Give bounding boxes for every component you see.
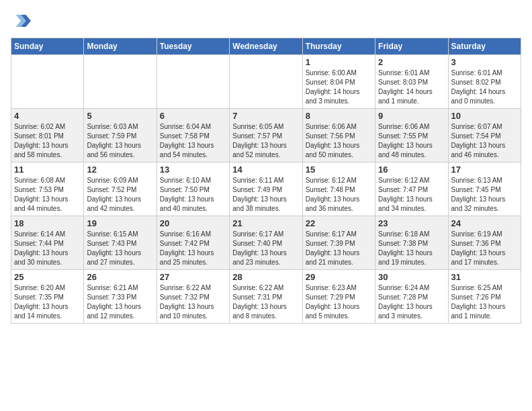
header-wednesday: Wednesday <box>230 38 302 55</box>
day-info: Sunrise: 6:22 AM Sunset: 7:31 PM Dayligh… <box>232 283 299 321</box>
calendar-cell: 4Sunrise: 6:02 AM Sunset: 8:01 PM Daylig… <box>11 109 84 163</box>
day-info: Sunrise: 6:05 AM Sunset: 7:57 PM Dayligh… <box>232 122 299 160</box>
calendar-cell: 17Sunrise: 6:13 AM Sunset: 7:45 PM Dayli… <box>448 163 521 216</box>
day-info: Sunrise: 6:20 AM Sunset: 7:35 PM Dayligh… <box>14 283 81 321</box>
calendar-cell: 22Sunrise: 6:17 AM Sunset: 7:39 PM Dayli… <box>302 216 375 270</box>
week-row-3: 11Sunrise: 6:08 AM Sunset: 7:53 PM Dayli… <box>11 163 521 216</box>
day-info: Sunrise: 6:22 AM Sunset: 7:32 PM Dayligh… <box>160 283 226 321</box>
calendar-cell: 15Sunrise: 6:12 AM Sunset: 7:48 PM Dayli… <box>302 163 375 216</box>
calendar-cell: 7Sunrise: 6:05 AM Sunset: 7:57 PM Daylig… <box>230 109 302 163</box>
calendar-cell: 20Sunrise: 6:16 AM Sunset: 7:42 PM Dayli… <box>157 216 229 270</box>
day-number: 19 <box>87 218 153 228</box>
day-number: 21 <box>232 218 299 228</box>
day-number: 28 <box>232 272 299 282</box>
day-number: 2 <box>378 57 445 67</box>
calendar-cell: 16Sunrise: 6:12 AM Sunset: 7:47 PM Dayli… <box>375 163 448 216</box>
calendar-cell: 13Sunrise: 6:10 AM Sunset: 7:50 PM Dayli… <box>157 163 229 216</box>
calendar-cell: 1Sunrise: 6:00 AM Sunset: 8:04 PM Daylig… <box>302 55 375 109</box>
day-number: 1 <box>306 57 372 67</box>
calendar-cell: 3Sunrise: 6:01 AM Sunset: 8:02 PM Daylig… <box>448 55 521 109</box>
header-friday: Friday <box>375 38 448 55</box>
calendar-cell: 24Sunrise: 6:19 AM Sunset: 7:36 PM Dayli… <box>448 216 521 270</box>
day-info: Sunrise: 6:12 AM Sunset: 7:47 PM Dayligh… <box>378 176 445 214</box>
header-tuesday: Tuesday <box>157 38 229 55</box>
day-number: 14 <box>232 165 299 175</box>
day-info: Sunrise: 6:04 AM Sunset: 7:58 PM Dayligh… <box>160 122 226 160</box>
day-info: Sunrise: 6:17 AM Sunset: 7:39 PM Dayligh… <box>306 230 372 267</box>
calendar-cell <box>11 55 84 109</box>
day-info: Sunrise: 6:01 AM Sunset: 8:02 PM Dayligh… <box>451 68 518 106</box>
day-info: Sunrise: 6:24 AM Sunset: 7:28 PM Dayligh… <box>378 283 445 321</box>
day-number: 9 <box>378 111 445 121</box>
calendar-table: SundayMondayTuesdayWednesdayThursdayFrid… <box>11 38 521 324</box>
day-number: 13 <box>160 165 226 175</box>
day-number: 31 <box>451 272 518 282</box>
calendar-cell: 2Sunrise: 6:01 AM Sunset: 8:03 PM Daylig… <box>375 55 448 109</box>
header-sunday: Sunday <box>11 38 84 55</box>
day-info: Sunrise: 6:17 AM Sunset: 7:40 PM Dayligh… <box>232 230 299 267</box>
day-info: Sunrise: 6:16 AM Sunset: 7:42 PM Dayligh… <box>160 230 226 267</box>
day-info: Sunrise: 6:18 AM Sunset: 7:38 PM Dayligh… <box>378 230 445 267</box>
page-header <box>11 11 521 31</box>
day-info: Sunrise: 6:14 AM Sunset: 7:44 PM Dayligh… <box>14 230 81 267</box>
day-number: 5 <box>87 111 153 121</box>
calendar-cell: 30Sunrise: 6:24 AM Sunset: 7:28 PM Dayli… <box>375 270 448 324</box>
calendar-cell: 12Sunrise: 6:09 AM Sunset: 7:52 PM Dayli… <box>84 163 157 216</box>
day-number: 23 <box>378 218 445 228</box>
calendar-cell: 5Sunrise: 6:03 AM Sunset: 7:59 PM Daylig… <box>84 109 157 163</box>
day-info: Sunrise: 6:02 AM Sunset: 8:01 PM Dayligh… <box>14 122 81 160</box>
calendar-cell <box>84 55 157 109</box>
day-info: Sunrise: 6:25 AM Sunset: 7:26 PM Dayligh… <box>451 283 518 321</box>
calendar-cell: 31Sunrise: 6:25 AM Sunset: 7:26 PM Dayli… <box>448 270 521 324</box>
logo-icon <box>11 11 31 31</box>
day-number: 8 <box>306 111 372 121</box>
day-info: Sunrise: 6:09 AM Sunset: 7:52 PM Dayligh… <box>87 176 153 214</box>
calendar-cell: 19Sunrise: 6:15 AM Sunset: 7:43 PM Dayli… <box>84 216 157 270</box>
calendar-cell: 18Sunrise: 6:14 AM Sunset: 7:44 PM Dayli… <box>11 216 84 270</box>
week-row-1: 1Sunrise: 6:00 AM Sunset: 8:04 PM Daylig… <box>11 55 521 109</box>
calendar-cell: 10Sunrise: 6:07 AM Sunset: 7:54 PM Dayli… <box>448 109 521 163</box>
day-info: Sunrise: 6:12 AM Sunset: 7:48 PM Dayligh… <box>306 176 372 214</box>
calendar-cell: 27Sunrise: 6:22 AM Sunset: 7:32 PM Dayli… <box>157 270 229 324</box>
day-number: 16 <box>378 165 445 175</box>
day-info: Sunrise: 6:08 AM Sunset: 7:53 PM Dayligh… <box>14 176 81 214</box>
day-info: Sunrise: 6:06 AM Sunset: 7:56 PM Dayligh… <box>306 122 372 160</box>
day-number: 10 <box>451 111 518 121</box>
day-number: 7 <box>232 111 299 121</box>
day-number: 6 <box>160 111 226 121</box>
day-number: 15 <box>306 165 372 175</box>
day-number: 11 <box>14 165 81 175</box>
day-number: 18 <box>14 218 81 228</box>
day-number: 4 <box>14 111 81 121</box>
day-number: 3 <box>451 57 518 67</box>
calendar-cell: 28Sunrise: 6:22 AM Sunset: 7:31 PM Dayli… <box>230 270 302 324</box>
header-monday: Monday <box>84 38 157 55</box>
header-thursday: Thursday <box>302 38 375 55</box>
day-info: Sunrise: 6:13 AM Sunset: 7:45 PM Dayligh… <box>451 176 518 214</box>
day-number: 29 <box>306 272 372 282</box>
day-info: Sunrise: 6:23 AM Sunset: 7:29 PM Dayligh… <box>306 283 372 321</box>
day-info: Sunrise: 6:07 AM Sunset: 7:54 PM Dayligh… <box>451 122 518 160</box>
calendar-cell: 14Sunrise: 6:11 AM Sunset: 7:49 PM Dayli… <box>230 163 302 216</box>
day-number: 30 <box>378 272 445 282</box>
day-info: Sunrise: 6:11 AM Sunset: 7:49 PM Dayligh… <box>232 176 299 214</box>
day-info: Sunrise: 6:15 AM Sunset: 7:43 PM Dayligh… <box>87 230 153 267</box>
header-row: SundayMondayTuesdayWednesdayThursdayFrid… <box>11 38 521 55</box>
calendar-cell: 8Sunrise: 6:06 AM Sunset: 7:56 PM Daylig… <box>302 109 375 163</box>
calendar-cell: 29Sunrise: 6:23 AM Sunset: 7:29 PM Dayli… <box>302 270 375 324</box>
calendar-cell: 26Sunrise: 6:21 AM Sunset: 7:33 PM Dayli… <box>84 270 157 324</box>
day-number: 17 <box>451 165 518 175</box>
day-number: 24 <box>451 218 518 228</box>
calendar-cell: 23Sunrise: 6:18 AM Sunset: 7:38 PM Dayli… <box>375 216 448 270</box>
calendar-cell: 25Sunrise: 6:20 AM Sunset: 7:35 PM Dayli… <box>11 270 84 324</box>
calendar-cell: 6Sunrise: 6:04 AM Sunset: 7:58 PM Daylig… <box>157 109 229 163</box>
day-info: Sunrise: 6:03 AM Sunset: 7:59 PM Dayligh… <box>87 122 153 160</box>
day-number: 26 <box>87 272 153 282</box>
day-info: Sunrise: 6:06 AM Sunset: 7:55 PM Dayligh… <box>378 122 445 160</box>
calendar-cell <box>230 55 302 109</box>
day-number: 25 <box>14 272 81 282</box>
calendar-body: 1Sunrise: 6:00 AM Sunset: 8:04 PM Daylig… <box>11 55 521 324</box>
logo <box>11 11 34 31</box>
week-row-5: 25Sunrise: 6:20 AM Sunset: 7:35 PM Dayli… <box>11 270 521 324</box>
day-number: 22 <box>306 218 372 228</box>
